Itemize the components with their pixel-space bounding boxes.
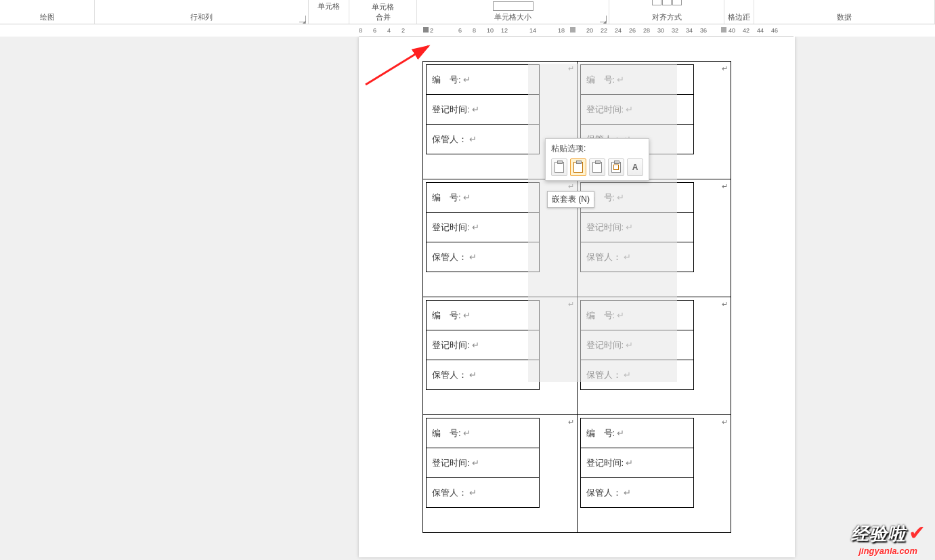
paragraph-mark-icon: ↵ — [467, 134, 477, 144]
ruler-tick: 24 — [615, 27, 622, 34]
field-label: 保管人： — [432, 370, 467, 380]
label-cell[interactable]: 编 号: ↵ — [427, 418, 540, 448]
ribbon-group-cell1[interactable]: 单元格 — [309, 0, 349, 24]
watermark-logo: 经验啦 ✔ jingyanla.com — [851, 521, 926, 556]
label-cell[interactable]: 登记时间: ↵ — [580, 213, 693, 242]
cell-size-controls[interactable] — [417, 1, 609, 12]
paste-options-popup[interactable]: 粘贴选项: A — [545, 138, 649, 181]
field-label: 登记时间: — [586, 222, 624, 232]
launcher-icon[interactable] — [600, 16, 607, 22]
ruler-tick: 32 — [672, 27, 678, 34]
label-cell[interactable]: 保管人： ↵ — [427, 478, 540, 508]
label-cell[interactable]: 登记时间: ↵ — [427, 213, 540, 242]
inner-table[interactable]: 编 号: ↵登记时间: ↵保管人： ↵ — [580, 418, 694, 508]
paragraph-mark-icon: ↵ — [461, 74, 471, 85]
ribbon-label-merge: 合并 — [376, 12, 391, 22]
paste-option-4[interactable] — [608, 158, 624, 176]
paragraph-mark-icon: ↵ — [624, 458, 633, 468]
ruler-tick: 40 — [729, 27, 735, 34]
label-cell[interactable]: 登记时间: ↵ — [580, 95, 693, 125]
logo-text-main: 经验啦 — [851, 523, 906, 544]
field-label: 保管人： — [586, 488, 622, 498]
ribbon-group-data[interactable]: 数据 — [754, 0, 935, 24]
paragraph-mark-icon: ↵ — [470, 458, 479, 468]
ribbon-label-cell1: 单元格 — [318, 1, 340, 12]
outer-cell[interactable]: 编 号: ↵登记时间: ↵保管人： ↵↵ — [423, 297, 578, 415]
paragraph-mark-icon: ↵ — [624, 340, 633, 350]
alignment-grid[interactable] — [652, 0, 682, 9]
launcher-icon[interactable] — [299, 16, 306, 22]
ribbon-label-cell-size: 单元格大小 — [494, 12, 531, 22]
outer-table[interactable]: 编 号: ↵登记时间: ↵保管人： ↵↵编 号: ↵登记时间: ↵保管人： ↵↵… — [422, 61, 731, 533]
paragraph-mark-icon: ↵ — [615, 428, 624, 438]
workspace: 编 号: ↵登记时间: ↵保管人： ↵↵编 号: ↵登记时间: ↵保管人： ↵↵… — [0, 37, 935, 560]
ruler-tick: 6 — [373, 27, 376, 34]
paragraph-mark-icon: ↵ — [615, 74, 624, 85]
paste-option-text-only[interactable]: A — [627, 158, 643, 176]
label-cell[interactable]: 保管人： ↵ — [427, 125, 540, 154]
ribbon-group-alignment[interactable]: 对齐方式 — [609, 0, 724, 24]
label-cell[interactable]: 保管人： ↵ — [580, 360, 693, 390]
label-cell[interactable]: 登记时间: ↵ — [580, 448, 693, 478]
field-label: 登记时间: — [432, 104, 470, 114]
ribbon-label-rows-cols: 行和列 — [190, 12, 213, 22]
ruler-tick: 8 — [359, 27, 362, 34]
cell-mark-icon: ↵ — [568, 182, 574, 191]
document-page[interactable]: 编 号: ↵登记时间: ↵保管人： ↵↵编 号: ↵登记时间: ↵保管人： ↵↵… — [359, 37, 795, 557]
label-cell[interactable]: 编 号: ↵ — [580, 183, 693, 213]
cell-mark-icon: ↵ — [722, 64, 728, 73]
outer-cell[interactable]: 编 号: ↵登记时间: ↵保管人： ↵↵ — [577, 179, 731, 297]
paste-option-nested-table[interactable] — [570, 158, 586, 176]
field-label: 保管人： — [432, 488, 467, 498]
label-cell[interactable]: 登记时间: ↵ — [427, 330, 540, 360]
paste-tooltip: 嵌套表 (N) — [547, 191, 594, 208]
label-cell[interactable]: 保管人： ↵ — [427, 242, 540, 272]
outer-cell[interactable]: 编 号: ↵登记时间: ↵保管人： ↵↵ — [423, 415, 578, 533]
inner-table[interactable]: 编 号: ↵登记时间: ↵保管人： ↵ — [426, 182, 540, 272]
inner-table[interactable]: 编 号: ↵登记时间: ↵保管人： ↵ — [426, 64, 540, 154]
ruler-tick: 10 — [487, 27, 494, 34]
paragraph-mark-icon: ↵ — [461, 310, 471, 320]
ruler-marker[interactable] — [570, 27, 575, 33]
label-cell[interactable]: 编 号: ↵ — [580, 301, 693, 330]
ribbon-group-margins[interactable]: 格边距 — [724, 0, 754, 24]
paragraph-mark-icon: ↵ — [467, 488, 477, 498]
field-label: 编 号: — [432, 428, 461, 438]
ruler-tick: 12 — [501, 27, 508, 34]
inner-table[interactable]: 编 号: ↵登记时间: ↵保管人： ↵ — [426, 418, 540, 508]
paste-option-1[interactable] — [551, 158, 567, 176]
label-cell[interactable]: 保管人： ↵ — [580, 242, 693, 272]
outer-cell[interactable]: 编 号: ↵登记时间: ↵保管人： ↵↵ — [577, 297, 731, 415]
label-cell[interactable]: 保管人： ↵ — [427, 360, 540, 390]
ribbon-group-cell-size[interactable]: 单元格大小 — [417, 0, 609, 24]
field-label: 编 号: — [586, 74, 615, 85]
ribbon-group-merge[interactable]: 单元格 合并 — [349, 0, 417, 24]
ribbon: 绘图 行和列 单元格 单元格 合并 单元格大小 对齐方式 格边距 数据 — [0, 0, 935, 24]
field-label: 保管人： — [432, 134, 467, 144]
label-cell[interactable]: 编 号: ↵ — [580, 65, 693, 95]
ruler-indent-marker[interactable] — [423, 27, 429, 33]
inner-table[interactable]: 编 号: ↵登记时间: ↵保管人： ↵ — [426, 300, 540, 390]
field-label: 编 号: — [432, 310, 461, 320]
outer-cell[interactable]: 编 号: ↵登记时间: ↵保管人： ↵↵ — [577, 415, 731, 533]
label-cell[interactable]: 登记时间: ↵ — [427, 95, 540, 125]
ruler-tick: 2 — [430, 27, 433, 34]
horizontal-ruler[interactable]: 8642268101214182022242628303234364042444… — [359, 24, 793, 37]
ruler-tick: 22 — [601, 27, 607, 34]
label-cell[interactable]: 编 号: ↵ — [427, 301, 540, 330]
label-cell[interactable]: 登记时间: ↵ — [427, 448, 540, 478]
label-cell[interactable]: 编 号: ↵ — [580, 418, 693, 448]
ribbon-group-drawing[interactable]: 绘图 — [0, 0, 95, 24]
label-cell[interactable]: 编 号: ↵ — [427, 65, 540, 95]
field-label: 登记时间: — [586, 458, 624, 468]
paste-option-3[interactable] — [589, 158, 605, 176]
inner-table[interactable]: 编 号: ↵登记时间: ↵保管人： ↵ — [580, 300, 694, 390]
label-cell[interactable]: 登记时间: ↵ — [580, 330, 693, 360]
label-cell[interactable]: 编 号: ↵ — [427, 183, 540, 213]
paragraph-mark-icon: ↵ — [470, 340, 479, 350]
ruler-marker[interactable] — [721, 27, 726, 33]
inner-table[interactable]: 编 号: ↵登记时间: ↵保管人： ↵ — [580, 182, 694, 272]
ribbon-group-rows-cols[interactable]: 行和列 — [95, 0, 309, 24]
paragraph-mark-icon: ↵ — [622, 488, 631, 498]
label-cell[interactable]: 保管人： ↵ — [580, 478, 693, 508]
